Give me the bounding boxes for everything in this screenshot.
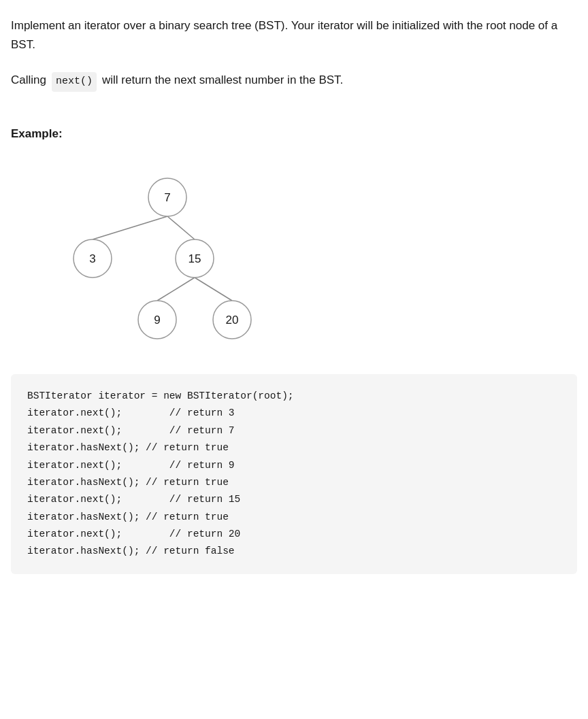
code-line-5: iterator.next(); // return 9 <box>27 457 561 474</box>
calling-prefix: Calling <box>11 71 46 90</box>
code-line-4: iterator.hasNext(); // return true <box>27 439 561 456</box>
code-line-10: iterator.hasNext(); // return false <box>27 543 561 560</box>
node-3-label: 3 <box>89 252 95 265</box>
edge-15-20 <box>195 278 232 301</box>
code-line-1: BSTIterator iterator = new BSTIterator(r… <box>27 388 561 405</box>
calling-line: Calling next() will return the next smal… <box>11 71 577 92</box>
calling-code: next() <box>52 72 97 92</box>
intro-paragraph: Implement an iterator over a binary sear… <box>11 16 577 54</box>
example-label: Example: <box>11 124 577 143</box>
bst-svg: 7 3 15 9 20 <box>52 170 283 347</box>
code-block: BSTIterator iterator = new BSTIterator(r… <box>11 374 577 574</box>
edge-7-3 <box>93 216 167 239</box>
code-line-6: iterator.hasNext(); // return true <box>27 474 561 491</box>
code-line-3: iterator.next(); // return 7 <box>27 422 561 439</box>
code-line-8: iterator.hasNext(); // return true <box>27 509 561 526</box>
bst-diagram: 7 3 15 9 20 <box>52 170 577 347</box>
node-20-label: 20 <box>226 314 239 327</box>
node-9-label: 9 <box>154 314 160 327</box>
edge-15-9 <box>157 278 195 301</box>
edge-7-15 <box>167 216 195 239</box>
code-line-9: iterator.next(); // return 20 <box>27 526 561 543</box>
code-line-7: iterator.next(); // return 15 <box>27 491 561 508</box>
node-7-label: 7 <box>164 191 170 204</box>
code-line-2: iterator.next(); // return 3 <box>27 405 561 422</box>
node-15-label: 15 <box>189 252 201 265</box>
calling-suffix: will return the next smallest number in … <box>102 71 343 90</box>
